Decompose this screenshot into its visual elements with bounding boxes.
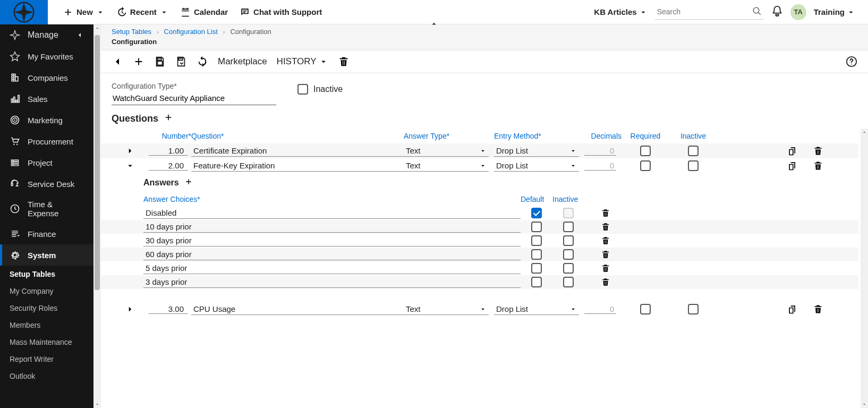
inactive-checkbox[interactable] — [688, 304, 699, 314]
copy-icon[interactable] — [787, 146, 798, 156]
sidebar-sub-my-company[interactable]: My Company — [0, 283, 93, 300]
col-inactive[interactable]: Inactive — [669, 132, 717, 140]
sidebar-item-procurement[interactable]: Procurement — [0, 131, 93, 152]
inactive-checkbox[interactable] — [563, 277, 574, 287]
col-decimals[interactable]: Decimals — [584, 132, 622, 140]
config-type-input[interactable] — [112, 91, 276, 105]
sidebar-item-time-expense[interactable]: Time & Expense — [0, 194, 93, 223]
answer-type-select[interactable]: Text — [404, 160, 489, 172]
col-inactive[interactable]: Inactive — [552, 195, 584, 203]
col-default[interactable]: Default — [521, 195, 552, 203]
col-question[interactable]: Question* — [191, 132, 404, 140]
kb-articles-menu[interactable]: KB Articles — [594, 7, 647, 16]
add-question-button[interactable] — [164, 113, 173, 124]
trash-icon[interactable] — [601, 236, 610, 245]
topbar-collapse-toggle[interactable] — [429, 19, 439, 29]
inactive-checkbox[interactable] — [688, 160, 699, 171]
expand-toggle[interactable] — [112, 304, 149, 314]
add-answer-button[interactable] — [184, 177, 193, 188]
trash-icon[interactable] — [813, 146, 823, 156]
trash-icon[interactable] — [601, 264, 610, 273]
user-avatar[interactable]: TA — [790, 4, 806, 20]
question-number-input[interactable]: 1.00 — [149, 146, 188, 156]
required-checkbox[interactable] — [640, 146, 651, 156]
required-checkbox[interactable] — [640, 160, 651, 171]
question-number-input[interactable]: 2.00 — [149, 161, 188, 171]
inactive-checkbox[interactable] — [563, 235, 574, 246]
default-checkbox[interactable] — [531, 249, 542, 260]
sidebar-item-sales[interactable]: Sales — [0, 88, 93, 109]
default-checkbox[interactable] — [531, 263, 542, 274]
decimals-input[interactable]: 0 — [584, 161, 616, 171]
sidebar-sub-mass-maintenance[interactable]: Mass Maintenance — [0, 334, 93, 351]
entry-method-select[interactable]: Drop List — [494, 160, 579, 172]
required-checkbox[interactable] — [640, 304, 651, 314]
col-answer-choices[interactable]: Answer Choices* — [143, 195, 521, 203]
save-close-button[interactable] — [175, 56, 187, 67]
col-number[interactable]: Number* — [149, 132, 191, 140]
collapse-toggle[interactable] — [112, 161, 149, 171]
default-checkbox[interactable] — [531, 222, 542, 232]
default-checkbox[interactable] — [531, 208, 542, 218]
sidebar-item-system[interactable]: System — [0, 244, 93, 266]
sidebar-sub-members[interactable]: Members — [0, 317, 93, 334]
trmargin[interactable] — [813, 304, 823, 314]
entry-method-select[interactable]: Drop List — [494, 303, 579, 315]
breadcrumb-config-list[interactable]: Configuration List — [164, 28, 218, 36]
search-icon[interactable] — [752, 6, 762, 16]
col-required[interactable]: Required — [622, 132, 669, 140]
answer-choice-input[interactable]: 5 days prior — [143, 262, 521, 274]
inactive-checkbox[interactable] — [563, 249, 574, 260]
trash-icon[interactable] — [601, 222, 610, 232]
col-answer-type[interactable]: Answer Type* — [404, 132, 494, 140]
inactive-checkbox[interactable] — [563, 222, 574, 232]
user-menu[interactable]: Training — [814, 7, 855, 16]
answer-choice-input[interactable]: 10 days prior — [143, 221, 521, 233]
decimals-input[interactable]: 0 — [584, 304, 616, 314]
inactive-checkbox[interactable] — [563, 263, 574, 274]
sidebar-item-service-desk[interactable]: Service Desk — [0, 173, 93, 194]
answer-choice-input[interactable]: 3 days prior — [143, 276, 521, 288]
sidebar-sub-outlook[interactable]: Outlook — [0, 368, 93, 385]
sidebar-item-companies[interactable]: Companies — [0, 67, 93, 88]
back-button[interactable] — [112, 56, 123, 67]
trash-icon[interactable] — [601, 250, 610, 259]
trash-icon[interactable] — [601, 208, 610, 218]
question-number-input[interactable]: 3.00 — [149, 304, 188, 314]
col-entry-method[interactable]: Entry Method* — [494, 132, 584, 140]
answer-type-select[interactable]: Text — [404, 303, 489, 315]
delete-button[interactable] — [338, 56, 350, 67]
history-menu[interactable]: HISTORY — [277, 56, 328, 67]
search-input[interactable] — [655, 4, 764, 20]
answer-choice-input[interactable]: 60 days prior — [143, 249, 521, 260]
app-logo[interactable] — [0, 0, 48, 24]
scroll-thumb[interactable] — [95, 35, 100, 290]
breadcrumb-setup-tables[interactable]: Setup Tables — [112, 28, 151, 36]
default-checkbox[interactable] — [531, 235, 542, 246]
notifications-button[interactable] — [771, 5, 783, 19]
chat-support-link[interactable]: Chat with Support — [240, 7, 322, 18]
decimals-input[interactable]: 0 — [584, 146, 616, 156]
question-text-input[interactable]: Certificate Expiration — [191, 145, 404, 157]
question-text-input[interactable]: CPU Usage — [191, 303, 404, 315]
sidebar-item-finance[interactable]: Finance — [0, 223, 93, 244]
recent-menu[interactable]: Recent — [116, 7, 168, 18]
answer-type-select[interactable]: Text — [404, 145, 489, 157]
sidebar-manage-header[interactable]: Manage — [0, 24, 93, 46]
copy-icon[interactable] — [787, 304, 798, 314]
sidebar-sub-security-roles[interactable]: Security Roles — [0, 300, 93, 317]
content-scrollbar[interactable] — [861, 129, 868, 408]
trash-icon[interactable] — [601, 277, 610, 287]
refresh-button[interactable] — [197, 56, 208, 67]
sidebar-item-project[interactable]: Project — [0, 152, 93, 173]
answer-choice-input[interactable]: Disabled — [143, 207, 521, 219]
sidebar-sub-setup-tables[interactable]: Setup Tables — [0, 266, 93, 283]
inactive-checkbox[interactable] — [297, 84, 308, 95]
help-button[interactable] — [846, 56, 857, 67]
answer-choice-input[interactable]: 30 days prior — [143, 235, 521, 246]
inactive-checkbox[interactable] — [688, 146, 699, 156]
sidebar-item-marketing[interactable]: Marketing — [0, 109, 93, 131]
new-menu[interactable]: New — [63, 7, 105, 18]
default-checkbox[interactable] — [531, 277, 542, 287]
sidebar-item-favorites[interactable]: My Favorites — [0, 46, 93, 67]
